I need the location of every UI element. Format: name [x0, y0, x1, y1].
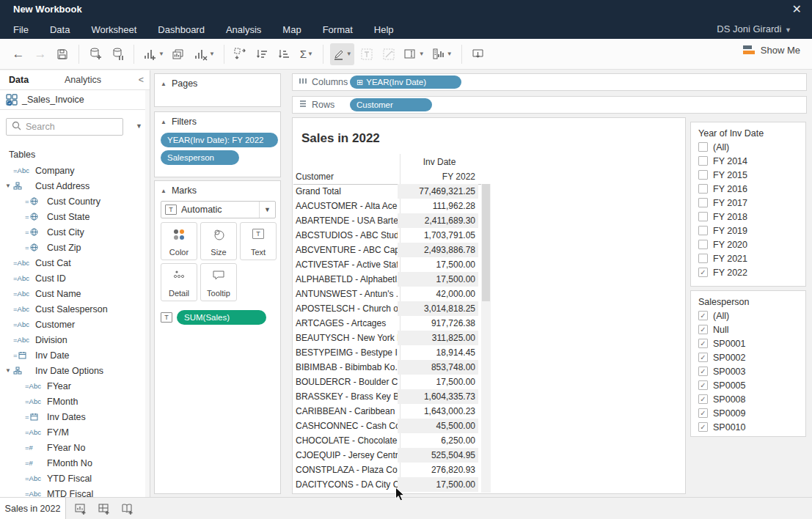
highlight-icon[interactable]: ▼ [330, 43, 354, 65]
tooltip-button[interactable]: Tooltip [200, 263, 237, 301]
cell-value[interactable]: 6,250.00 [398, 433, 478, 448]
text-button[interactable]: T Text [240, 222, 277, 260]
row-header-customer[interactable]: CARIBBEAN - Caribbean .. [293, 406, 398, 416]
cell-value[interactable]: 77,469,321.25 [398, 184, 478, 199]
filter-item-all[interactable]: ✓(All) [698, 309, 805, 323]
cell-value[interactable]: 853,748.00 [398, 360, 478, 375]
row-header-customer[interactable]: ALPHABETLD - Alphabetl.. [293, 274, 398, 284]
clear-sheet-icon[interactable]: ▼ [191, 43, 217, 65]
search-input[interactable]: Search [6, 118, 123, 136]
sort-ascending-icon[interactable] [253, 43, 272, 65]
mark-type-dropdown[interactable]: T Automatic ▼ [161, 201, 276, 218]
field-cust-country[interactable]: =Cust Country [0, 194, 150, 209]
totals-icon[interactable]: Σ▼ [297, 43, 316, 65]
field-cust-state[interactable]: =Cust State [0, 209, 150, 224]
field-cust-zip[interactable]: =Cust Zip [0, 240, 150, 255]
fix-axes-icon[interactable] [379, 43, 398, 65]
checkbox-checked-icon[interactable]: ✓ [698, 325, 708, 334]
filter-item-all[interactable]: (All) [698, 140, 805, 154]
field-cust-cat[interactable]: =AbcCust Cat [0, 255, 150, 270]
collapse-chevron-icon[interactable]: ▲ [161, 81, 167, 87]
cell-value[interactable]: 17,500.00 [398, 477, 478, 492]
checkbox-checked-icon[interactable]: ✓ [698, 422, 708, 432]
menu-data[interactable]: Data [50, 24, 70, 35]
new-worksheet-icon[interactable]: ▼ [141, 43, 167, 65]
field-fyear[interactable]: =AbcFYear [0, 378, 150, 394]
checkbox-unchecked-icon[interactable] [698, 170, 708, 180]
row-header-customer[interactable]: BOULDERCR - Boulder Co.. [293, 377, 398, 387]
expand-chevron-icon[interactable]: ▼ [3, 183, 13, 189]
collapse-chevron-icon[interactable]: ▲ [161, 119, 167, 125]
field-cust-salesperson[interactable]: =AbcCust Salesperson [0, 301, 150, 317]
rows-shelf[interactable]: Rows Customer [292, 96, 807, 114]
row-header-customer[interactable]: ABCSTUDIOS - ABC Studi.. [293, 230, 398, 240]
sort-descending-icon[interactable] [275, 43, 294, 65]
filter-item-sp0005[interactable]: ✓SP0005 [698, 378, 805, 392]
menu-worksheet[interactable]: Worksheet [91, 24, 136, 35]
rows-pill-customer[interactable]: Customer [350, 98, 432, 111]
cell-value[interactable]: 1,643,000.23 [398, 404, 478, 419]
checkbox-checked-icon[interactable]: ✓ [698, 394, 708, 404]
filter-item-fy-2022[interactable]: ✓FY 2022 [698, 265, 805, 279]
show-hide-cards-icon[interactable]: ▼ [430, 43, 455, 65]
checkbox-checked-icon[interactable]: ✓ [698, 339, 708, 348]
cell-value[interactable]: 1,604,335.73 [398, 389, 478, 404]
scrollbar-thumb[interactable] [482, 184, 490, 301]
filter-item-sp0002[interactable]: ✓SP0002 [698, 350, 805, 364]
menu-analysis[interactable]: Analysis [226, 24, 261, 35]
field-ytd-fiscal[interactable]: =AbcYTD Fiscal [0, 471, 150, 486]
row-header-customer[interactable]: Grand Total [293, 186, 398, 196]
row-header-customer[interactable]: ARTCAGES - Artcages [293, 318, 398, 328]
filter-item-fy-2018[interactable]: FY 2018 [698, 210, 805, 224]
cell-value[interactable]: 17,500.00 [398, 375, 478, 389]
row-header-customer[interactable]: ABARTENDE - USA Barte.. [293, 216, 398, 226]
cell-value[interactable]: 17,500.00 [398, 272, 478, 287]
field-inv-date[interactable]: =Inv Date [0, 347, 150, 363]
row-header-customer[interactable]: CONSTPLAZA - Plaza Con.. [293, 465, 398, 475]
datasource-row[interactable]: _Sales_Invoice [0, 90, 150, 110]
field-cust-id[interactable]: =AbcCust ID [0, 270, 150, 286]
data-pane-scrollbar[interactable] [145, 90, 150, 497]
cell-value[interactable]: 1,703,791.05 [398, 228, 478, 243]
cell-value[interactable]: 17,500.00 [398, 257, 478, 272]
cell-value[interactable]: 18,914.45 [398, 345, 478, 360]
tab-data[interactable]: Data [9, 75, 29, 85]
color-button[interactable]: Color [161, 222, 197, 260]
filter-item-sp0009[interactable]: ✓SP0009 [698, 406, 805, 420]
filter-pill-salesperson[interactable]: Salesperson [161, 150, 239, 165]
new-dashboard-tab-icon[interactable] [95, 501, 114, 517]
field-division[interactable]: =AbcDivision [0, 332, 150, 347]
show-me-button[interactable]: Show Me [743, 45, 800, 56]
menu-format[interactable]: Format [323, 24, 353, 35]
field-company[interactable]: =AbcCompany [0, 163, 150, 178]
detail-button[interactable]: Detail [161, 263, 197, 301]
checkbox-checked-icon[interactable]: ✓ [698, 268, 708, 277]
show-mark-labels-icon[interactable] [357, 43, 376, 65]
row-header-customer[interactable]: BRASSKEY - Brass Key Bar [293, 391, 398, 402]
filter-item-fy-2020[interactable]: FY 2020 [698, 238, 805, 251]
row-header-customer[interactable]: AACUSTOMER - Alta Ace [293, 201, 398, 211]
search-options-icon[interactable]: ▼ [136, 122, 142, 130]
menu-map[interactable]: Map [282, 24, 301, 35]
filter-item-fy-2017[interactable]: FY 2017 [698, 196, 805, 210]
cell-value[interactable]: 111,962.28 [398, 199, 478, 213]
field-fmonth-no[interactable]: =#FMonth No [0, 455, 150, 471]
menu-help[interactable]: Help [374, 24, 394, 35]
redo-icon[interactable]: → [31, 43, 50, 65]
menu-file[interactable]: File [13, 24, 29, 35]
row-header-customer[interactable]: APOSTELSCH - Church of .. [293, 303, 398, 314]
checkbox-unchecked-icon[interactable] [698, 142, 708, 152]
checkbox-unchecked-icon[interactable] [698, 212, 708, 221]
menu-dashboard[interactable]: Dashboard [158, 24, 205, 35]
filter-item-sp0001[interactable]: ✓SP0001 [698, 336, 805, 350]
collapse-pane-icon[interactable]: < [139, 75, 144, 85]
row-header-customer[interactable]: BEAUTYSCH - New York I.. [293, 333, 398, 343]
field-cust-name[interactable]: =AbcCust Name [0, 286, 150, 301]
pause-auto-updates-icon[interactable] [108, 43, 127, 65]
tab-analytics[interactable]: Analytics [65, 75, 101, 85]
filter-item-fy-2021[interactable]: FY 2021 [698, 251, 805, 265]
row-header-customer[interactable]: BESTYPEIMG - Bestype I.. [293, 347, 398, 358]
row-header-customer[interactable]: BIBIMBAB - Bibimbab Ko.. [293, 362, 398, 372]
cell-value[interactable]: 917,726.38 [398, 316, 478, 331]
filter-item-null[interactable]: ✓Null [698, 323, 805, 336]
